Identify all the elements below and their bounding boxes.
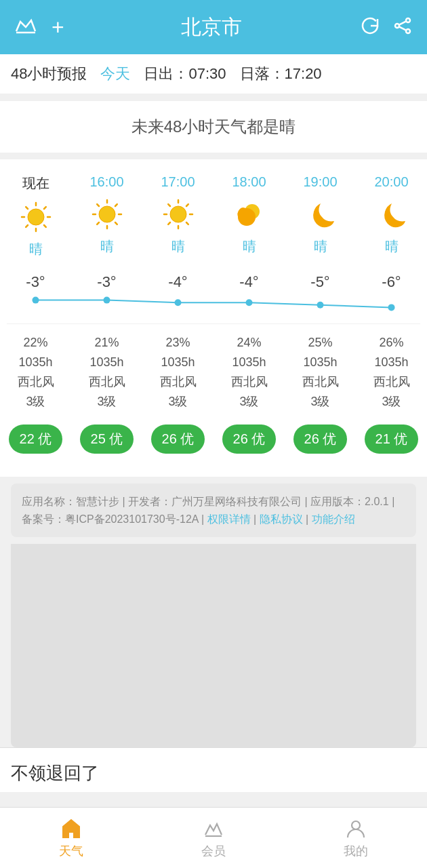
time-label: 19:00 [303,174,337,190]
svg-line-5 [399,26,406,30]
weather-col: 20:00 晴 [356,170,427,267]
privacy-link[interactable]: 隐私协议 [260,513,303,525]
svg-point-42 [352,821,360,829]
svg-line-23 [115,204,117,206]
pressure: 1035h [89,353,123,372]
temp-value: -6° [382,273,401,291]
svg-point-39 [317,302,324,309]
add-city-icon[interactable]: + [52,16,64,38]
aqi-badge: 26 优 [293,425,348,454]
share-icon[interactable] [392,15,413,39]
bottom-nav: 天气 会员 我的 [0,807,427,868]
wind-dir: 西北风 [231,373,268,391]
svg-point-37 [175,299,182,306]
temp-value: -5° [310,273,329,291]
humidity: 24% [237,334,261,352]
wind-dir: 西北风 [373,373,410,391]
svg-line-21 [97,204,99,206]
crown-icon[interactable] [14,14,38,41]
svg-point-3 [406,29,410,33]
aqi-badge: 25 优 [80,425,134,454]
gray-area [11,544,416,747]
weather-section: 现在 晴 16:00 晴 17:00 晴 18:00 晴 [0,159,427,477]
header-right [359,15,413,39]
permissions-link[interactable]: 权限详情 [207,513,251,525]
svg-point-6 [28,209,44,225]
app-info-box: 应用名称：智慧计步 | 开发者：广州万星网络科技有限公司 | 应用版本：2.0.… [11,484,416,537]
nav-mine[interactable]: 我的 [285,808,427,868]
nav-weather[interactable]: 天气 [0,808,142,868]
temp-value: -4° [239,273,258,291]
app-info-text: 应用名称：智慧计步 | 开发者：广州万星网络科技有限公司 | 应用版本：2.0.… [22,493,405,528]
temp-value: -4° [168,273,187,291]
bottom-text: 不领退回了 [0,747,427,792]
aqi-row: 22 优25 优26 优26 优26 优21 优 [0,418,427,463]
temp-col: -4° [214,273,285,294]
aqi-col: 26 优 [142,425,214,454]
temp-value: -3° [26,273,45,291]
svg-line-17 [115,222,117,224]
weather-icon-sun [18,199,54,235]
temp-row: -3°-3°-4°-4°-5°-6° [0,273,427,294]
temp-col: -3° [0,273,71,294]
weather-col: 19:00 晴 [285,170,356,267]
weather-col: 现在 晴 [0,170,71,267]
condition-label: 晴 [100,237,114,256]
svg-line-28 [168,222,170,224]
summary-text: 未来48小时天气都是晴 [131,117,296,136]
svg-line-32 [186,204,188,206]
stats-col: 25% 1035h 西北风 3级 [285,331,356,414]
svg-line-4 [399,21,406,24]
condition-label: 晴 [171,237,185,256]
svg-line-19 [97,222,99,224]
features-link[interactable]: 功能介绍 [312,513,355,525]
condition-label: 晴 [314,237,327,256]
nav-member[interactable]: 会员 [142,808,285,868]
time-label: 16:00 [89,174,123,190]
nav-weather-label: 天气 [59,843,83,859]
condition-label: 晴 [29,240,43,258]
sunset-info: 日落：17:20 [240,64,322,84]
svg-point-24 [170,206,186,222]
stats-col: 26% 1035h 西北风 3级 [356,331,427,414]
pressure: 1035h [232,353,266,372]
aqi-badge: 22 优 [9,425,63,454]
temp-col: -5° [285,273,356,294]
temp-graph-container: -3°-3°-4°-4°-5°-6° [0,267,427,323]
pressure: 1035h [161,353,195,372]
city-title: 北京市 [64,14,359,41]
svg-point-38 [246,299,253,306]
sunrise-info: 日出：07:30 [144,64,226,84]
aqi-col: 26 优 [285,425,356,454]
time-label: 18:00 [232,174,266,190]
weather-col: 16:00 晴 [71,170,142,267]
wind-level: 3级 [26,393,45,411]
temp-col: -6° [356,273,427,294]
humidity: 21% [94,334,119,352]
wind-level: 3级 [239,393,258,411]
time-label: 20:00 [374,174,408,190]
stats-row: 22% 1035h 西北风 3级 21% 1035h 西北风 3级 23% 10… [0,331,427,414]
temp-col: -4° [142,273,214,294]
svg-point-2 [395,24,399,28]
pressure: 1035h [303,353,337,372]
stats-col: 24% 1035h 西北风 3级 [214,331,285,414]
svg-line-12 [26,207,28,209]
wind-level: 3级 [382,393,401,411]
svg-line-30 [168,204,170,206]
weather-icon-moon [374,197,409,232]
wind-dir: 西北风 [302,373,339,391]
stats-col: 23% 1035h 西北风 3级 [142,331,214,414]
weather-row: 现在 晴 16:00 晴 17:00 晴 18:00 晴 [0,170,427,267]
time-label: 现在 [22,174,49,193]
forecast-label: 48小时预报 [11,64,87,84]
svg-point-1 [406,18,410,22]
svg-line-8 [44,225,46,227]
svg-line-26 [186,222,188,224]
svg-point-15 [99,206,115,222]
refresh-icon[interactable] [359,15,381,39]
nav-mine-label: 我的 [344,843,368,859]
humidity: 23% [165,334,190,352]
wind-level: 3级 [310,393,329,411]
stats-section: 22% 1035h 西北风 3级 21% 1035h 西北风 3级 23% 10… [0,324,427,418]
